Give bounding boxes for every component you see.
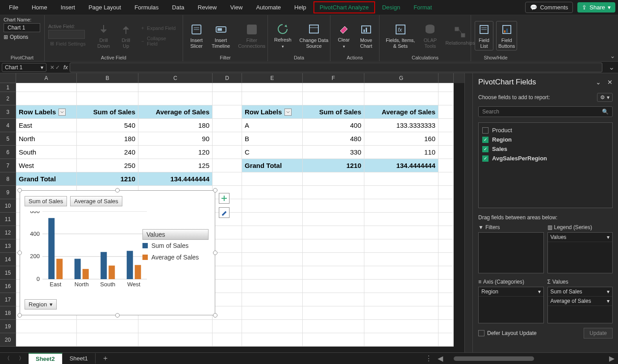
chart-styles-button[interactable]: [219, 207, 230, 218]
cell[interactable]: 1210: [77, 172, 138, 186]
cell[interactable]: 540: [77, 119, 138, 132]
cell[interactable]: [438, 239, 454, 253]
cell[interactable]: [213, 266, 242, 280]
menu-formulas[interactable]: Formulas: [128, 1, 165, 13]
cell[interactable]: [303, 199, 364, 213]
cell[interactable]: [438, 266, 454, 280]
chart-axis-filter[interactable]: Region▾: [25, 299, 57, 310]
cell[interactable]: [242, 306, 303, 320]
menu-format[interactable]: Format: [407, 1, 438, 13]
cell[interactable]: [213, 146, 242, 159]
hscroll-right[interactable]: ▶: [605, 354, 618, 363]
cell[interactable]: [303, 253, 364, 266]
cell[interactable]: [303, 280, 364, 293]
name-box[interactable]: Chart 1▾: [2, 63, 46, 72]
row-header[interactable]: 16: [0, 280, 16, 293]
row-header[interactable]: 7: [0, 159, 16, 172]
cell[interactable]: Average of Sales: [138, 105, 213, 119]
comments-button[interactable]: 💬 Comments: [525, 2, 573, 13]
cell[interactable]: [242, 172, 303, 186]
cell[interactable]: Grand Total: [16, 172, 77, 186]
sheet-tab-active[interactable]: Sheet2: [29, 353, 63, 364]
cell[interactable]: 480: [303, 132, 364, 146]
cell[interactable]: [438, 105, 454, 119]
cell[interactable]: [242, 333, 303, 347]
olap-tools-button[interactable]: OLAP Tools: [420, 21, 440, 51]
cell[interactable]: [213, 253, 242, 266]
row-header[interactable]: 3: [0, 105, 16, 119]
update-button[interactable]: Update: [584, 328, 613, 339]
cell[interactable]: [213, 159, 242, 172]
collapse-field-button[interactable]: － Collapse Field: [138, 35, 179, 47]
worksheet[interactable]: ABCDEFG 123Row Labels Sum of SalesAverag…: [0, 73, 464, 352]
pane-close-icon[interactable]: ✕: [607, 79, 613, 86]
fields-items-sets-button[interactable]: fxFields, Items, & Sets: [383, 21, 418, 51]
clear-button[interactable]: Clear▾: [334, 20, 354, 51]
column-header[interactable]: B: [77, 73, 138, 83]
cell[interactable]: Row Labels: [242, 105, 303, 119]
cell[interactable]: [242, 213, 303, 226]
cell[interactable]: 133.3333333: [364, 119, 438, 132]
accept-formula-icon[interactable]: ✓: [55, 64, 60, 71]
column-header[interactable]: F: [303, 73, 364, 83]
cell[interactable]: [303, 266, 364, 280]
values-area-item[interactable]: Average of Sales▾: [548, 297, 613, 306]
values-area-item[interactable]: Sum of Sales▾: [548, 287, 613, 297]
tab-options-icon[interactable]: ⋮: [422, 354, 436, 363]
cell[interactable]: [213, 293, 242, 306]
cell[interactable]: 1210: [303, 159, 364, 172]
cell[interactable]: [213, 132, 242, 146]
field-list-item[interactable]: AvgSalesPerRegion: [481, 154, 610, 163]
field-list-button[interactable]: Field List: [475, 21, 493, 50]
row-header[interactable]: 11: [0, 213, 16, 226]
pane-settings-button[interactable]: ⚙▾: [597, 93, 613, 102]
cell[interactable]: [242, 226, 303, 239]
cell[interactable]: [303, 172, 364, 186]
ribbon-collapse-button[interactable]: ⌄: [610, 52, 615, 59]
chart-value-button-1[interactable]: Sum of Sales: [25, 196, 67, 206]
cell[interactable]: [242, 280, 303, 293]
cell[interactable]: [242, 83, 303, 92]
column-header[interactable]: E: [242, 73, 303, 83]
cell[interactable]: [242, 293, 303, 306]
cell[interactable]: [364, 266, 438, 280]
chart-handle[interactable]: [17, 251, 22, 255]
row-header[interactable]: 13: [0, 239, 16, 253]
vertical-scrollbar[interactable]: [464, 73, 472, 352]
cell[interactable]: [213, 333, 242, 347]
cell[interactable]: [303, 333, 364, 347]
active-field-input[interactable]: [48, 30, 85, 39]
cell[interactable]: [242, 266, 303, 280]
cell[interactable]: [303, 186, 364, 199]
add-sheet-button[interactable]: ＋: [96, 354, 115, 363]
pane-field-list[interactable]: ProductRegionSalesAvgSalesPerRegion: [478, 122, 613, 208]
cell[interactable]: [16, 333, 77, 347]
cell[interactable]: 160: [364, 132, 438, 146]
move-chart-button[interactable]: Move Chart: [356, 21, 376, 51]
chart-elements-button[interactable]: [219, 193, 230, 204]
filter-connections-button[interactable]: Filter Connections: [235, 21, 268, 51]
defer-layout-checkbox[interactable]: Defer Layout Update: [478, 330, 537, 336]
chart-handle[interactable]: [213, 313, 217, 318]
cell[interactable]: 90: [138, 132, 213, 146]
row-header[interactable]: 6: [0, 146, 16, 159]
column-header[interactable]: G: [364, 73, 438, 83]
fx-icon[interactable]: fx: [62, 64, 70, 71]
pane-search-input[interactable]: Search 🔍: [478, 106, 613, 117]
cell[interactable]: [438, 132, 454, 146]
cell[interactable]: [438, 280, 454, 293]
row-header[interactable]: 5: [0, 132, 16, 146]
cell[interactable]: [242, 186, 303, 199]
cell[interactable]: 110: [364, 146, 438, 159]
cell[interactable]: [364, 186, 438, 199]
menu-file[interactable]: File: [3, 1, 25, 13]
row-header[interactable]: 1: [0, 83, 16, 92]
cell[interactable]: [438, 186, 454, 199]
row-header[interactable]: 14: [0, 253, 16, 266]
cell[interactable]: [242, 199, 303, 213]
cell[interactable]: [438, 213, 454, 226]
cell[interactable]: [364, 280, 438, 293]
field-buttons-button[interactable]: Field Buttons: [496, 21, 517, 50]
cell[interactable]: [213, 320, 242, 333]
formula-input[interactable]: [70, 63, 602, 72]
